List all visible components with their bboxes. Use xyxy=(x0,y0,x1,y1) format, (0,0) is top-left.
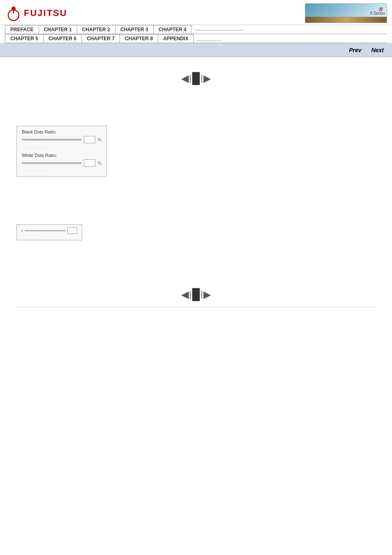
series-label: fi Series xyxy=(370,11,385,16)
nav-tab-chapter1[interactable]: CHAPTER 1 xyxy=(39,25,77,34)
white-slider-dots xyxy=(22,163,81,164)
svg-point-1 xyxy=(12,7,16,11)
bottom-separator xyxy=(16,307,376,308)
white-slider-track xyxy=(22,162,81,164)
nav-tab-chapter2[interactable]: CHAPTER 2 xyxy=(77,25,115,34)
nav-tab-chapter3[interactable]: CHAPTER 3 xyxy=(115,25,154,34)
nav-tab-chapter5[interactable]: CHAPTER 5 xyxy=(5,34,44,43)
fujitsu-logo-icon xyxy=(5,5,22,22)
step-back-button-bottom[interactable]: | xyxy=(189,290,191,299)
dots-ratio-box: Black Dots Ratio: % · · · · · · · · · · … xyxy=(16,126,107,177)
content-section-3 xyxy=(16,255,376,280)
simple-slider-diagram-area: ↕ · · · · · · xyxy=(16,218,376,247)
nav-tab-chapter8[interactable]: CHAPTER 8 xyxy=(120,34,158,43)
nav-tab-chapter7[interactable]: CHAPTER 7 xyxy=(81,34,120,43)
step-forward-button[interactable]: | xyxy=(201,74,203,83)
nav-row-1: PREFACE CHAPTER 1 CHAPTER 2 CHAPTER 3 CH… xyxy=(5,25,387,34)
simple-slider-row: ↕ xyxy=(21,227,78,234)
content-section-1 xyxy=(16,93,376,117)
next-button[interactable]: Next xyxy=(368,46,387,54)
nav-tabs: PREFACE CHAPTER 1 CHAPTER 2 CHAPTER 3 CH… xyxy=(0,25,392,44)
nav-line-short xyxy=(196,41,221,41)
white-dots-label: White Dots Ratio: xyxy=(22,153,101,158)
fi-series-banner: fi fi Series xyxy=(305,3,387,23)
media-controls-top: ◀ | █ | ▶ xyxy=(16,72,376,85)
nav-tab-appendix[interactable]: APPENDIX xyxy=(158,34,194,43)
black-slider-dots xyxy=(22,139,81,140)
logo-text: FUJITSU xyxy=(24,8,67,18)
white-value-input[interactable] xyxy=(84,159,95,167)
forward-button[interactable]: ▶ xyxy=(203,73,211,84)
nav-row1-spacer xyxy=(191,25,387,34)
prev-button[interactable]: Prev xyxy=(346,46,364,54)
rewind-button[interactable]: ◀ xyxy=(181,73,189,84)
stop-button[interactable]: █ xyxy=(192,72,200,85)
nav-row2-spacer xyxy=(193,34,387,43)
rewind-button-bottom[interactable]: ◀ xyxy=(181,289,189,300)
media-controls-bottom: ◀ | █ | ▶ xyxy=(16,288,376,301)
simple-slider-input[interactable] xyxy=(67,227,77,234)
nav-tab-chapter6[interactable]: CHAPTER 6 xyxy=(43,34,82,43)
simple-slider-track xyxy=(25,230,66,231)
black-dots-label: Black Dots Ratio: xyxy=(22,129,101,134)
main-content: ◀ | █ | ▶ Black Dots Ratio: % · · · · · … xyxy=(0,57,392,321)
nav-tab-preface[interactable]: PREFACE xyxy=(5,25,39,34)
nav-tab-chapter4[interactable]: CHAPTER 4 xyxy=(153,25,192,34)
black-slider-row: % xyxy=(22,136,101,143)
nav-line-long xyxy=(195,30,244,30)
slider-arrow-icon: ↕ xyxy=(21,228,23,233)
step-back-button[interactable]: | xyxy=(189,74,191,83)
banner-bottom-bar xyxy=(305,17,387,23)
white-slider-row: % xyxy=(22,159,101,167)
prev-next-toolbar: Prev Next xyxy=(0,44,392,57)
black-slider-track xyxy=(22,139,81,140)
black-value-input[interactable] xyxy=(84,136,95,143)
black-percent: % xyxy=(98,138,101,142)
forward-button-bottom[interactable]: ▶ xyxy=(203,289,211,300)
content-section-2 xyxy=(16,185,376,210)
black-scale: · · · · · · · · · · · · · · xyxy=(22,146,101,150)
white-scale: · · · · · · · · · · · · · · xyxy=(22,169,101,173)
step-forward-button-bottom[interactable]: | xyxy=(201,290,203,299)
page-header: FUJITSU fi fi Series xyxy=(0,0,392,25)
fujitsu-logo: FUJITSU xyxy=(5,5,67,22)
stop-button-bottom[interactable]: █ xyxy=(192,288,200,301)
nav-row-2: CHAPTER 5 CHAPTER 6 CHAPTER 7 CHAPTER 8 … xyxy=(5,34,387,43)
dots-ratio-diagram-area: Black Dots Ratio: % · · · · · · · · · · … xyxy=(16,126,376,177)
simple-slider-scale: · · · · · · xyxy=(21,234,78,237)
simple-slider-box: ↕ · · · · · · xyxy=(16,224,82,240)
white-percent: % xyxy=(98,161,101,166)
